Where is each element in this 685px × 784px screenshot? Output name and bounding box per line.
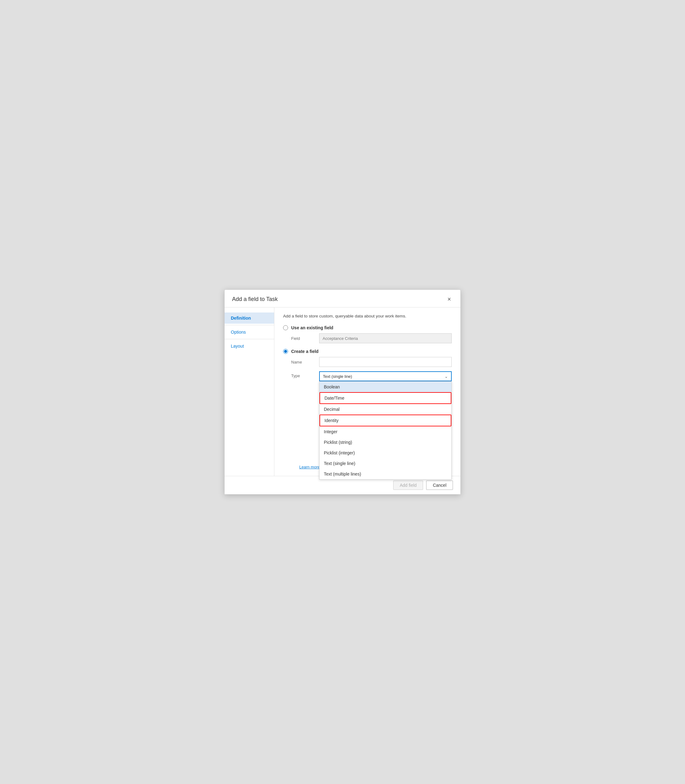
name-label: Name bbox=[291, 360, 319, 364]
dropdown-item-text-single[interactable]: Text (single line) bbox=[320, 458, 451, 469]
add-field-dialog: Add a field to Task × Definition Options… bbox=[224, 290, 461, 494]
dropdown-item-integer[interactable]: Integer bbox=[320, 426, 451, 437]
type-dropdown-menu: Boolean Date/Time Decimal Identity Integ… bbox=[319, 381, 452, 480]
sidebar-item-options[interactable]: Options bbox=[225, 327, 274, 338]
type-label: Type bbox=[291, 371, 319, 378]
dropdown-item-identity[interactable]: Identity bbox=[320, 415, 451, 426]
create-field-radio-row: Create a field bbox=[283, 349, 452, 354]
type-dropdown-container: Text (single line) ⌄ Boolean Date/Time D… bbox=[319, 371, 452, 381]
dialog-title: Add a field to Task bbox=[232, 296, 278, 303]
dialog-body: Definition Options Layout Add a field to… bbox=[225, 307, 460, 476]
main-content: Add a field to store custom, queryable d… bbox=[274, 307, 460, 476]
sidebar: Definition Options Layout bbox=[225, 307, 274, 476]
name-input[interactable] bbox=[319, 357, 452, 367]
sidebar-item-layout[interactable]: Layout bbox=[225, 340, 274, 352]
sidebar-divider-2 bbox=[225, 339, 274, 339]
close-button[interactable]: × bbox=[445, 295, 453, 303]
existing-field-row: Field bbox=[291, 333, 452, 343]
dropdown-item-datetime[interactable]: Date/Time bbox=[320, 392, 451, 404]
dialog-header: Add a field to Task × bbox=[225, 290, 460, 307]
cancel-button[interactable]: Cancel bbox=[426, 481, 453, 490]
create-field-section: Create a field Name Type Text (single li… bbox=[283, 349, 452, 381]
chevron-down-icon: ⌄ bbox=[445, 374, 448, 379]
content-description: Add a field to store custom, queryable d… bbox=[283, 314, 452, 319]
type-dropdown-value: Text (single line) bbox=[323, 374, 352, 379]
dropdown-item-decimal[interactable]: Decimal bbox=[320, 404, 451, 415]
add-field-button[interactable]: Add field bbox=[393, 481, 423, 490]
existing-field-input[interactable] bbox=[319, 333, 452, 343]
dropdown-item-text-multi[interactable]: Text (multiple lines) bbox=[320, 469, 451, 479]
use-existing-section: Use an existing field Field bbox=[283, 325, 452, 343]
sidebar-item-definition[interactable]: Definition bbox=[225, 312, 274, 324]
dropdown-item-boolean[interactable]: Boolean bbox=[320, 382, 451, 392]
use-existing-radio-row: Use an existing field bbox=[283, 325, 452, 330]
type-dropdown-button[interactable]: Text (single line) ⌄ bbox=[319, 371, 452, 381]
use-existing-label[interactable]: Use an existing field bbox=[291, 325, 333, 330]
use-existing-radio[interactable] bbox=[283, 325, 288, 330]
type-field-row: Type Text (single line) ⌄ Boolean Date/T… bbox=[291, 371, 452, 381]
field-label: Field bbox=[291, 336, 319, 341]
create-field-label[interactable]: Create a field bbox=[291, 349, 318, 354]
dropdown-item-picklist-integer[interactable]: Picklist (integer) bbox=[320, 447, 451, 458]
dropdown-item-picklist-string[interactable]: Picklist (string) bbox=[320, 437, 451, 447]
create-field-radio[interactable] bbox=[283, 349, 288, 354]
name-field-row: Name bbox=[291, 357, 452, 367]
